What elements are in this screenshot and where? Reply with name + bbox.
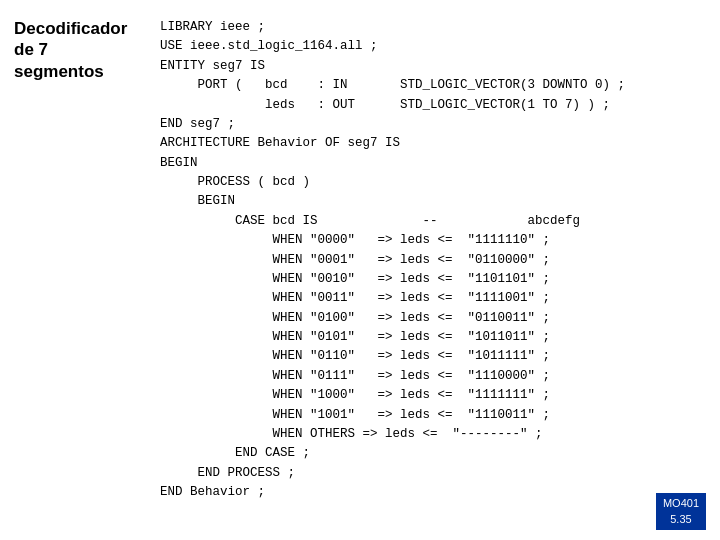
title-area: Decodificador de 7 segmentos (14, 18, 154, 82)
code-block: LIBRARY ieee ; USE ieee.std_logic_1164.a… (160, 18, 710, 530)
slide-badge: MO401 5.35 (656, 493, 706, 530)
page-title: Decodificador de 7 segmentos (14, 18, 154, 82)
